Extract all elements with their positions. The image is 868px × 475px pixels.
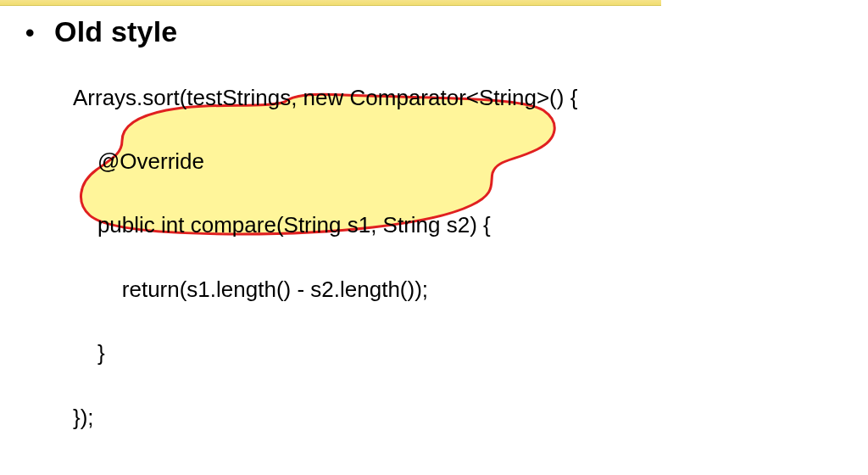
code-old-l6: }); — [73, 402, 851, 434]
code-old-l4: return(s1.length() - s2.length()); — [73, 274, 851, 306]
slide: • Old style Arrays.sort(testStrings, new… — [0, 0, 868, 475]
code-old-l3: public int compare(String s1, String s2)… — [73, 210, 851, 242]
code-old-l1: Arrays.sort(testStrings, new Comparator<… — [73, 82, 851, 115]
bullet-dot-icon: • — [17, 20, 54, 46]
top-rule — [0, 0, 661, 6]
code-old: Arrays.sort(testStrings, new Comparator<… — [73, 50, 851, 475]
code-old-l3a: public int compare — [73, 212, 276, 238]
code-old-l5: } — [73, 338, 851, 370]
section-old: • Old style Arrays.sort(testStrings, new… — [17, 15, 851, 475]
title-old: Old style — [54, 15, 177, 48]
bullet-old: • Old style — [17, 15, 851, 48]
code-old-l2: @Override — [73, 146, 851, 178]
code-old-l3b: (String s1, String s2) { — [276, 212, 491, 238]
